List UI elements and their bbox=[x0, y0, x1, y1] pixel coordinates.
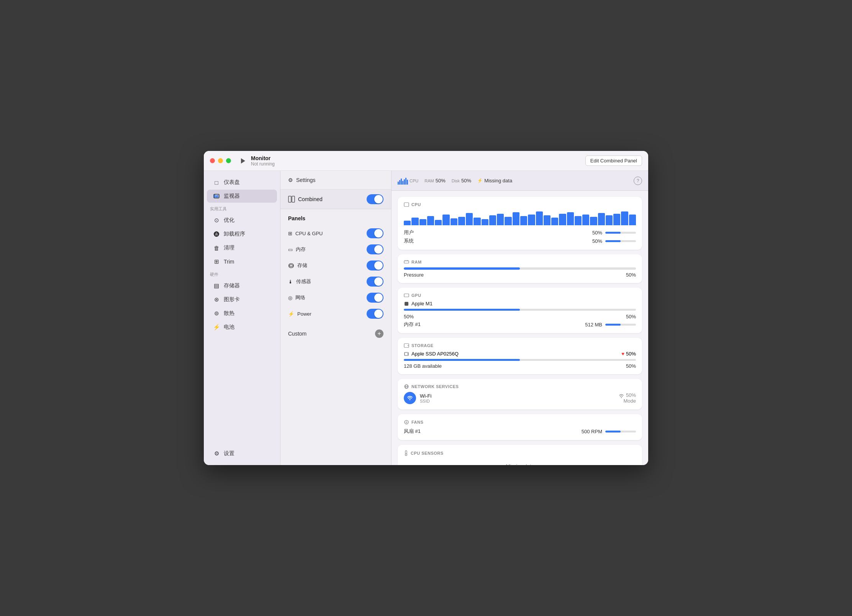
disk-icon: Disk bbox=[452, 179, 460, 183]
fan-bar bbox=[605, 431, 636, 433]
storage-card-title: STORAGE bbox=[404, 343, 636, 348]
svg-point-20 bbox=[408, 345, 408, 346]
cpu-system-label: 系统 bbox=[404, 238, 414, 244]
combined-label: Combined bbox=[288, 196, 323, 203]
settings-header: ⚙ Settings bbox=[280, 171, 391, 190]
panel-item-left-memory: ▭ 内存 bbox=[288, 246, 306, 253]
sidebar-item-cooling[interactable]: ⊚ 散热 bbox=[207, 307, 277, 320]
sidebar-item-battery[interactable]: ⚡ 电池 bbox=[207, 321, 277, 334]
power-toggle[interactable] bbox=[367, 309, 383, 319]
cpu-gpu-icon: ⊞ bbox=[288, 231, 292, 236]
panel-item-left-power: ⚡ Power bbox=[288, 311, 311, 317]
sensors-toggle[interactable] bbox=[367, 277, 383, 287]
svg-point-27 bbox=[621, 397, 622, 398]
panels-title: Panels bbox=[288, 215, 383, 221]
storage-avail-value: 50% bbox=[626, 363, 636, 369]
ram-header-value: 50% bbox=[436, 178, 446, 183]
edit-combined-panel-button[interactable]: Edit Combined Panel bbox=[585, 156, 642, 166]
gpu-usage-bar bbox=[404, 309, 636, 311]
dashboard-icon: □ bbox=[213, 179, 220, 186]
wifi-row: Wi-Fi SSID 50% Mode bbox=[404, 392, 636, 404]
right-panel: CPU RAM 50% Disk 50% ⚡ Missing data ? bbox=[392, 171, 648, 465]
network-toggle[interactable] bbox=[367, 293, 383, 303]
svg-point-26 bbox=[410, 399, 411, 400]
sidebar-item-gpu[interactable]: ⊛ 图形卡 bbox=[207, 293, 277, 306]
panel-item-left-sensors: 🌡 传感器 bbox=[288, 278, 311, 285]
sidebar-item-uninstall[interactable]: 🅐 卸载程序 bbox=[207, 228, 277, 241]
cpu-system-bar bbox=[605, 240, 636, 242]
storage-device-row: Apple SSD AP0256Q ♥ 50% bbox=[404, 351, 636, 357]
settings-icon: ⚙ bbox=[213, 450, 220, 457]
sidebar-item-optimize[interactable]: ⊙ 优化 bbox=[207, 214, 277, 227]
maximize-button[interactable] bbox=[226, 158, 231, 163]
sidebar-item-settings[interactable]: ⚙ 设置 bbox=[207, 447, 277, 460]
gpu-value-row: 50% 50% bbox=[404, 314, 636, 319]
ram-icon: RAM bbox=[424, 179, 434, 183]
panel-item-network: ◎ 网络 bbox=[288, 290, 383, 306]
sidebar-label-trim: Trim bbox=[224, 259, 234, 265]
storage-device-name: Apple SSD AP0256Q bbox=[411, 351, 459, 357]
ram-header-stat: RAM 50% bbox=[424, 178, 445, 183]
fan-value: 500 RPM bbox=[582, 429, 602, 434]
missing-header-value: Missing data bbox=[484, 178, 512, 183]
combined-toggle[interactable] bbox=[367, 194, 383, 204]
fans-card-icon bbox=[404, 419, 409, 425]
missing-icon: ⚡ bbox=[477, 178, 483, 183]
wifi-info: Wi-Fi SSID bbox=[420, 393, 614, 403]
settings-label: Settings bbox=[296, 177, 316, 183]
sidebar-item-monitor[interactable]: 监视器 bbox=[207, 190, 277, 203]
help-button[interactable]: ? bbox=[634, 177, 642, 185]
cpu-gpu-toggle[interactable] bbox=[367, 228, 383, 238]
svg-rect-17 bbox=[404, 294, 409, 297]
storage-toggle[interactable] bbox=[367, 260, 383, 270]
apple-m1-icon bbox=[404, 301, 409, 306]
missing-header-stat: ⚡ Missing data bbox=[477, 178, 512, 183]
monitor-icon bbox=[213, 193, 220, 200]
sidebar-item-clean[interactable]: 🗑 清理 bbox=[207, 241, 277, 254]
sidebar: □ 仪表盘 监视器 实用工具 ⊙ 优化 🅐 卸载程序 🗑 清理 bbox=[204, 171, 280, 465]
panel-item-power: ⚡ Power bbox=[288, 306, 383, 322]
panel-label-cpu-gpu: CPU & GPU bbox=[295, 231, 323, 236]
svg-rect-2 bbox=[214, 195, 215, 198]
disk-header-stat: Disk 50% bbox=[452, 178, 471, 183]
svg-marker-0 bbox=[241, 158, 245, 164]
heart-icon: ♥ bbox=[621, 351, 624, 357]
app-title: Monitor bbox=[251, 155, 275, 161]
panels-section: Panels ⊞ CPU & GPU ▭ 内存 bbox=[280, 209, 391, 325]
minimize-button[interactable] bbox=[218, 158, 223, 163]
sidebar-item-storage[interactable]: ▤ 存储器 bbox=[207, 279, 277, 292]
cpu-user-label: 用户 bbox=[404, 229, 414, 236]
cpu-user-bar-container: 50% bbox=[592, 230, 636, 236]
close-button[interactable] bbox=[210, 158, 215, 163]
section-label-hardware: 硬件 bbox=[204, 269, 280, 279]
cpu-user-value: 50% bbox=[592, 230, 602, 236]
memory-toggle[interactable] bbox=[367, 244, 383, 254]
panel-label-network: 网络 bbox=[295, 294, 305, 301]
cpu-user-row: 用户 50% bbox=[404, 229, 636, 236]
sidebar-label-optimize: 优化 bbox=[224, 217, 234, 224]
panel-item-left-network: ◎ 网络 bbox=[288, 294, 305, 301]
monitor-cards: CPU 用户 bbox=[392, 191, 648, 465]
cpu-card-icon bbox=[404, 202, 409, 207]
ram-pressure-label: Pressure bbox=[404, 272, 424, 278]
storage-avail-label: 128 GB available bbox=[404, 363, 442, 369]
gpu-mem-bar bbox=[605, 324, 636, 326]
panel-label-power: Power bbox=[297, 311, 311, 317]
add-custom-button[interactable]: + bbox=[375, 329, 383, 338]
storage-card: STORAGE Apple SSD AP0256Q ♥ 50% bbox=[398, 338, 642, 374]
combined-text: Combined bbox=[298, 196, 323, 202]
sidebar-item-trim[interactable]: ⊞ Trim bbox=[207, 255, 277, 268]
gpu-mem-value: 512 MB bbox=[585, 322, 602, 328]
cpu-card: CPU 用户 bbox=[398, 197, 642, 250]
play-icon[interactable] bbox=[239, 157, 247, 165]
gpu-mem-label: 内存 #1 bbox=[404, 321, 421, 328]
svg-rect-11 bbox=[404, 203, 409, 206]
storage-panel-icon bbox=[288, 262, 294, 269]
wifi-signal-icon bbox=[618, 393, 624, 398]
sidebar-label-clean: 清理 bbox=[224, 244, 234, 251]
cpu-user-bar bbox=[605, 232, 636, 234]
sidebar-item-dashboard[interactable]: □ 仪表盘 bbox=[207, 176, 277, 189]
svg-point-22 bbox=[407, 354, 408, 354]
fans-card-title: FANS bbox=[404, 419, 636, 425]
custom-row: Custom + bbox=[280, 325, 391, 342]
